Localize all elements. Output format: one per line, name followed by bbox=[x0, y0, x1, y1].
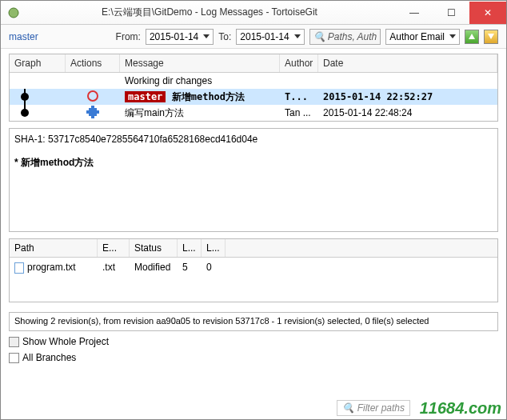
chevron-down-icon bbox=[294, 34, 301, 38]
bottom-options: Show Whole Project bbox=[1, 331, 506, 352]
all-branches-label: All Branches bbox=[22, 352, 76, 363]
chevron-down-icon bbox=[203, 34, 210, 38]
filter-toolbar: master From: 2015-01-14 To: 2015-01-14 🔍… bbox=[1, 25, 506, 49]
fcol-add[interactable]: L... bbox=[178, 239, 202, 257]
file-row[interactable]: program.txt .txt Modified 5 0 bbox=[10, 258, 497, 278]
commit-row[interactable]: 编写main方法 Tan ... 2015-01-14 22:48:24 bbox=[10, 105, 497, 121]
file-lines-added: 5 bbox=[178, 260, 202, 275]
status-bar: Showing 2 revision(s), from revision aa9… bbox=[9, 312, 498, 331]
col-message[interactable]: Message bbox=[120, 54, 280, 72]
to-date-picker[interactable]: 2015-01-14 bbox=[236, 29, 304, 45]
filter-placeholder: Filter paths bbox=[357, 402, 405, 414]
bottom-options-2: All Branches bbox=[1, 352, 506, 368]
all-branches-checkbox[interactable]: All Branches bbox=[9, 352, 76, 363]
commit-details-pane[interactable]: SHA-1: 53717c8540e7285564710fa6528168ecd… bbox=[9, 128, 498, 232]
svg-point-0 bbox=[9, 8, 18, 18]
from-label: From: bbox=[116, 31, 141, 42]
paths-authors-label: Paths, Auth bbox=[328, 31, 377, 42]
action-icon bbox=[89, 108, 97, 116]
author-filter-value: Author Email bbox=[389, 31, 445, 42]
nav-down-button[interactable] bbox=[484, 30, 498, 44]
paths-authors-button[interactable]: 🔍 Paths, Auth bbox=[309, 29, 381, 45]
titlebar: E:\云端项目\GitDemo - Log Messages - Tortois… bbox=[1, 1, 506, 25]
search-icon: 🔍 bbox=[342, 402, 354, 414]
action-icon bbox=[87, 90, 98, 102]
watermark: 11684.com bbox=[420, 399, 501, 418]
arrow-down-icon bbox=[488, 34, 494, 39]
to-label: To: bbox=[218, 31, 231, 42]
commit-detail-message: * 新增method方法 bbox=[14, 156, 493, 170]
show-whole-label: Show Whole Project bbox=[22, 336, 109, 347]
col-graph[interactable]: Graph bbox=[10, 54, 66, 72]
file-status: Modified bbox=[130, 260, 178, 275]
chevron-down-icon bbox=[449, 34, 456, 38]
branch-tag: master bbox=[125, 91, 166, 102]
nav-up-button[interactable] bbox=[465, 30, 479, 44]
col-date[interactable]: Date bbox=[318, 54, 497, 72]
filter-paths-input[interactable]: 🔍 Filter paths bbox=[337, 400, 410, 416]
from-date-picker[interactable]: 2015-01-14 bbox=[146, 29, 214, 45]
commit-author: Tan ... bbox=[280, 106, 318, 120]
from-date-value: 2015-01-14 bbox=[150, 31, 198, 42]
app-icon bbox=[4, 3, 23, 22]
commit-author: T... bbox=[280, 90, 318, 104]
commit-date: 2015-01-14 22:48:24 bbox=[318, 106, 497, 120]
file-path: program.txt bbox=[27, 262, 76, 273]
file-lines-removed: 0 bbox=[202, 260, 226, 275]
commit-message: 编写main方法 bbox=[120, 105, 280, 122]
commit-row[interactable]: master 新增method方法 T... 2015-01-14 22:52:… bbox=[10, 89, 497, 105]
file-ext: .txt bbox=[98, 260, 130, 275]
maximize-button[interactable]: ☐ bbox=[433, 2, 469, 24]
author-filter-select[interactable]: Author Email bbox=[385, 29, 460, 45]
window-title: E:\云端项目\GitDemo - Log Messages - Tortois… bbox=[23, 6, 396, 19]
commit-list: Graph Actions Message Author Date Workin… bbox=[9, 54, 498, 122]
commit-message: Working dir changes bbox=[120, 74, 280, 88]
fcol-ext[interactable]: E... bbox=[98, 239, 130, 257]
to-date-value: 2015-01-14 bbox=[240, 31, 289, 42]
file-list: Path E... Status L... L... program.txt .… bbox=[9, 238, 498, 302]
show-whole-project-checkbox[interactable]: Show Whole Project bbox=[9, 336, 109, 347]
commit-list-header: Graph Actions Message Author Date bbox=[10, 54, 497, 73]
fcol-rem[interactable]: L... bbox=[202, 239, 226, 257]
file-icon bbox=[14, 262, 24, 274]
col-actions[interactable]: Actions bbox=[66, 54, 120, 72]
fcol-path[interactable]: Path bbox=[10, 239, 98, 257]
commit-message: 新增method方法 bbox=[172, 91, 245, 102]
commit-date: 2015-01-14 22:52:27 bbox=[318, 90, 497, 104]
commit-row[interactable]: Working dir changes bbox=[10, 73, 497, 89]
file-list-header: Path E... Status L... L... bbox=[10, 239, 497, 258]
col-author[interactable]: Author bbox=[280, 54, 318, 72]
fcol-status[interactable]: Status bbox=[130, 239, 178, 257]
arrow-up-icon bbox=[469, 34, 475, 39]
minimize-button[interactable]: — bbox=[396, 2, 433, 24]
sha-label: SHA-1: bbox=[14, 134, 46, 145]
sha-value: 53717c8540e7285564710fa6528168ecd416d04e bbox=[48, 134, 257, 145]
branch-link[interactable]: master bbox=[9, 31, 38, 42]
close-button[interactable]: ✕ bbox=[469, 2, 506, 24]
